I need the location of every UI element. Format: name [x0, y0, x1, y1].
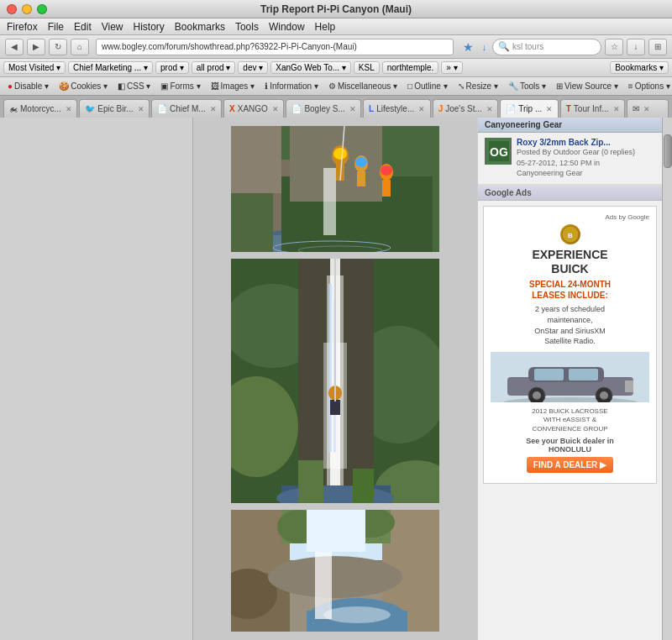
tab-close-6[interactable]: ✕: [486, 105, 493, 113]
ext-information[interactable]: ℹ Information ▾: [260, 81, 323, 92]
bookmark-more[interactable]: » ▾: [441, 61, 462, 74]
tab-joes[interactable]: J Joe's St... ✕: [433, 99, 499, 118]
minimize-button[interactable]: [22, 4, 32, 14]
svg-text:OG: OG: [490, 145, 508, 159]
tab-label-7: Trip ...: [518, 104, 542, 113]
bookmarks-bar: Most Visited ▾ Chief Marketing ... ▾ pro…: [0, 59, 672, 77]
tab-epic-bird[interactable]: 🐦 Epic Bir... ✕: [79, 99, 150, 118]
rss-icon[interactable]: ↓: [482, 42, 487, 52]
window-title: Trip Report Pi-Pi Canyon (Maui): [260, 3, 412, 15]
ext-options[interactable]: ≡ Options ▾: [624, 81, 672, 92]
sidebar-post: OG Roxy 3/2mm Back Zip... Posted By Outd…: [478, 133, 662, 185]
tab-close-0[interactable]: ✕: [66, 105, 72, 113]
tab-lifestyle[interactable]: L Lifestyle... ✕: [363, 99, 431, 118]
address-bar[interactable]: www.bogley.com/forum/showthread.php?6392…: [96, 39, 454, 55]
bookmark-all-prod[interactable]: all prod ▾: [192, 61, 236, 74]
menu-view[interactable]: View: [102, 21, 123, 33]
ext-cookies[interactable]: 🍪 Cookies ▾: [55, 81, 112, 92]
find-dealer-button[interactable]: FIND A DEALER ▶: [527, 457, 613, 473]
center-content: [193, 118, 477, 640]
menu-help[interactable]: Help: [315, 21, 336, 33]
tab-tour-info[interactable]: T Tour Inf... ✕: [560, 99, 625, 118]
scrollbar[interactable]: [662, 118, 672, 640]
menu-bookmarks[interactable]: Bookmarks: [175, 21, 225, 33]
star-icon[interactable]: ★: [463, 40, 474, 54]
tab-close-7[interactable]: ✕: [546, 105, 553, 113]
buick-badge: B: [560, 224, 580, 244]
menu-firefox[interactable]: Firefox: [7, 21, 38, 33]
ext-tools[interactable]: 🔧 Tools ▾: [504, 81, 550, 92]
svg-rect-32: [328, 284, 332, 452]
close-button[interactable]: [7, 4, 17, 14]
tab-chief-m[interactable]: 📄 Chief M... ✕: [151, 99, 222, 118]
menu-tools[interactable]: Tools: [235, 21, 259, 33]
ext-forms[interactable]: ▣ Forms ▾: [156, 81, 204, 92]
tab-icon-6: J: [438, 104, 444, 113]
nav-extra-3[interactable]: ⊞: [648, 39, 667, 55]
address-text: www.bogley.com/forum/showthread.php?6392…: [102, 42, 357, 51]
svg-rect-12: [357, 171, 365, 186]
svg-rect-64: [534, 369, 564, 380]
ext-images[interactable]: 🖼 Images ▾: [207, 81, 260, 92]
search-bar[interactable]: 🔍 ksl tours: [492, 39, 601, 55]
bookmark-ksl[interactable]: KSL: [354, 61, 380, 74]
svg-rect-35: [330, 400, 340, 415]
tab-xango[interactable]: X XANGO ✕: [223, 99, 284, 118]
tab-trip[interactable]: 📄 Trip ... ✕: [500, 99, 558, 118]
nav-extra-1[interactable]: ☆: [605, 39, 623, 55]
maximize-button[interactable]: [37, 4, 47, 14]
ext-resize[interactable]: ⤡ Resize ▾: [454, 81, 502, 92]
svg-rect-55: [307, 510, 365, 552]
bookmark-dev[interactable]: dev ▾: [238, 61, 268, 74]
svg-rect-8: [323, 168, 336, 235]
ext-css[interactable]: ◧ CSS ▾: [113, 81, 155, 92]
bookmark-bookmarks[interactable]: Bookmarks ▾: [610, 61, 669, 74]
window-controls[interactable]: [7, 4, 47, 14]
forward-button[interactable]: ▶: [27, 39, 45, 55]
bookmark-chief-marketing[interactable]: Chief Marketing ... ▾: [68, 61, 153, 74]
ad-brand: EXPERIENCE BUICK: [491, 248, 649, 276]
tab-close-5[interactable]: ✕: [418, 105, 425, 113]
menu-window[interactable]: Window: [269, 21, 305, 33]
tab-icon-1: 🐦: [85, 104, 95, 113]
bookmark-northtemple[interactable]: northtemple.: [382, 61, 439, 74]
menu-history[interactable]: History: [134, 21, 165, 33]
outdoor-gear-logo: OG: [486, 138, 511, 165]
photo-3: [231, 510, 439, 632]
bookmark-prod[interactable]: prod ▾: [155, 61, 189, 74]
reload-button[interactable]: ↻: [49, 39, 67, 55]
buick-car-svg: [491, 352, 649, 402]
tab-label-2: Chief M...: [170, 104, 206, 113]
home-button[interactable]: ⌂: [71, 39, 89, 55]
main-content: Canyoneering Gear OG Roxy 3/2mm Back Zip…: [0, 118, 672, 640]
tab-close-8[interactable]: ✕: [613, 105, 620, 113]
tab-close-2[interactable]: ✕: [210, 105, 217, 113]
menu-bar: Firefox File Edit View History Bookmarks…: [0, 18, 672, 35]
photo-1: [231, 126, 439, 252]
tab-label-8: Tour Inf...: [574, 104, 609, 113]
menu-file[interactable]: File: [48, 21, 64, 33]
tab-close-9[interactable]: ✕: [643, 105, 650, 113]
ext-outline[interactable]: □ Outline ▾: [403, 81, 452, 92]
ad-container: Ads by Google B EXPERIENCE BUICK SPECIAL…: [483, 206, 657, 484]
tab-close-4[interactable]: ✕: [349, 105, 356, 113]
tab-mail[interactable]: ✉ ✕: [627, 99, 669, 118]
tab-close-3[interactable]: ✕: [272, 105, 279, 113]
tab-motorcycle[interactable]: 🏍 Motorcyc... ✕: [3, 99, 77, 118]
post-info: Roxy 3/2mm Back Zip... Posted By Outdoor…: [517, 138, 655, 179]
post-title[interactable]: Roxy 3/2mm Back Zip...: [517, 138, 655, 147]
tab-bogley[interactable]: 📄 Bogley S... ✕: [286, 99, 361, 118]
ext-view-source[interactable]: ⊞ View Source ▾: [552, 81, 622, 92]
ext-disable[interactable]: ● Disable ▾: [3, 81, 53, 92]
menu-edit[interactable]: Edit: [74, 21, 92, 33]
post-avatar: OG: [485, 138, 512, 165]
bookmark-xango[interactable]: XanGo Web To... ▾: [270, 61, 351, 74]
scrollbar-thumb[interactable]: [664, 134, 672, 168]
bookmark-most-visited[interactable]: Most Visited ▾: [3, 61, 66, 74]
tab-close-1[interactable]: ✕: [138, 105, 144, 113]
photo-3-image: [231, 510, 439, 632]
nav-extra-2[interactable]: ↓: [627, 39, 645, 55]
back-button[interactable]: ◀: [5, 39, 24, 55]
ext-miscellaneous[interactable]: ⚙ Miscellaneous ▾: [324, 81, 402, 92]
svg-point-16: [355, 157, 367, 167]
